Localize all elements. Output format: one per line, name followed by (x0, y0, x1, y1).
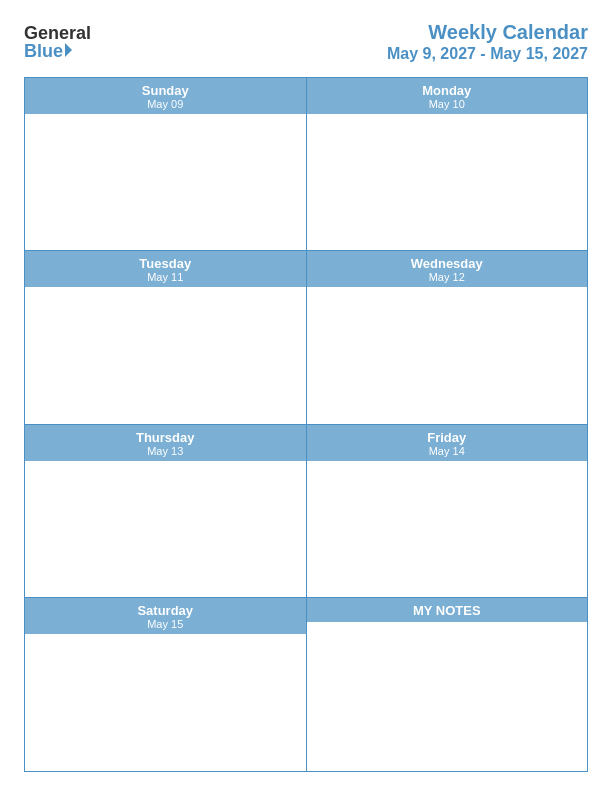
wednesday-cell: Wednesday May 12 (307, 251, 588, 424)
notes-cell: MY NOTES (307, 598, 588, 771)
thursday-date: May 13 (29, 445, 302, 457)
notes-header: MY NOTES (307, 598, 588, 622)
calendar-row-3: Thursday May 13 Friday May 14 (25, 425, 587, 599)
friday-date: May 14 (311, 445, 584, 457)
saturday-header: Saturday May 15 (25, 598, 306, 634)
logo-blue-text: Blue (24, 42, 63, 60)
monday-body[interactable] (307, 114, 588, 251)
friday-body[interactable] (307, 461, 588, 598)
tuesday-header: Tuesday May 11 (25, 251, 306, 287)
logo-triangle-icon (65, 43, 72, 57)
saturday-name: Saturday (29, 603, 302, 618)
thursday-cell: Thursday May 13 (25, 425, 307, 598)
friday-cell: Friday May 14 (307, 425, 588, 598)
saturday-cell: Saturday May 15 (25, 598, 307, 771)
calendar-row-1: Sunday May 09 Monday May 10 (25, 78, 587, 252)
tuesday-cell: Tuesday May 11 (25, 251, 307, 424)
logo: General Blue (24, 24, 91, 60)
thursday-name: Thursday (29, 430, 302, 445)
monday-name: Monday (311, 83, 584, 98)
sunday-name: Sunday (29, 83, 302, 98)
notes-body[interactable] (307, 622, 588, 771)
header-title: Weekly Calendar May 9, 2027 - May 15, 20… (387, 20, 588, 65)
sunday-cell: Sunday May 09 (25, 78, 307, 251)
sunday-header: Sunday May 09 (25, 78, 306, 114)
thursday-body[interactable] (25, 461, 306, 598)
saturday-body[interactable] (25, 634, 306, 771)
saturday-date: May 15 (29, 618, 302, 630)
sunday-body[interactable] (25, 114, 306, 251)
sunday-date: May 09 (29, 98, 302, 110)
tuesday-date: May 11 (29, 271, 302, 283)
logo-general-text: General (24, 24, 91, 42)
date-range: May 9, 2027 - May 15, 2027 (387, 44, 588, 65)
calendar-grid: Sunday May 09 Monday May 10 Tuesday May … (24, 77, 588, 772)
calendar-title: Weekly Calendar (387, 20, 588, 44)
wednesday-body[interactable] (307, 287, 588, 424)
monday-date: May 10 (311, 98, 584, 110)
tuesday-name: Tuesday (29, 256, 302, 271)
wednesday-date: May 12 (311, 271, 584, 283)
calendar-row-4: Saturday May 15 MY NOTES (25, 598, 587, 771)
page-header: General Blue Weekly Calendar May 9, 2027… (24, 20, 588, 65)
thursday-header: Thursday May 13 (25, 425, 306, 461)
tuesday-body[interactable] (25, 287, 306, 424)
wednesday-header: Wednesday May 12 (307, 251, 588, 287)
friday-name: Friday (311, 430, 584, 445)
wednesday-name: Wednesday (311, 256, 584, 271)
monday-cell: Monday May 10 (307, 78, 588, 251)
calendar-row-2: Tuesday May 11 Wednesday May 12 (25, 251, 587, 425)
monday-header: Monday May 10 (307, 78, 588, 114)
notes-label: MY NOTES (413, 603, 481, 618)
friday-header: Friday May 14 (307, 425, 588, 461)
